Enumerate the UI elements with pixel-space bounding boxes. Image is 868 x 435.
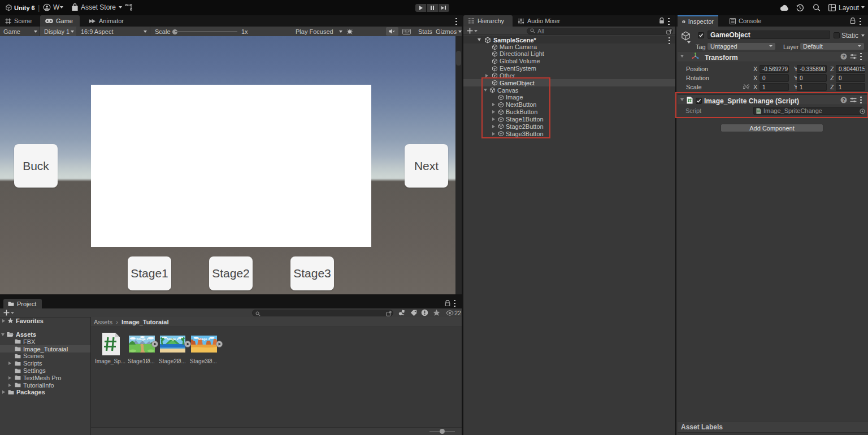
svg-text:Stage 3: Stage 3	[198, 337, 210, 341]
svg-text:Stage 1: Stage 1	[136, 337, 149, 341]
svg-text:?: ?	[842, 54, 845, 59]
svg-text:Stage 2: Stage 2	[167, 337, 179, 341]
